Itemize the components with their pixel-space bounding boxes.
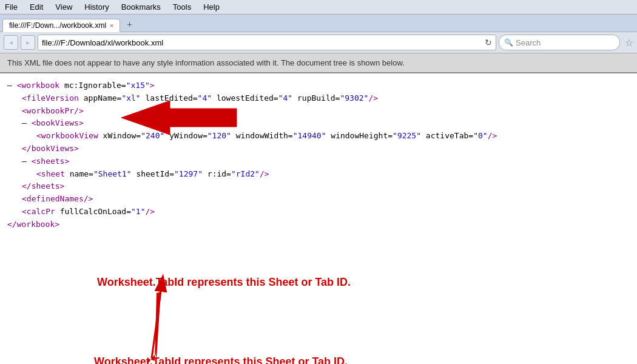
sheet-id-arrow-line (152, 292, 161, 359)
back-icon: ◂ (9, 38, 13, 47)
xml-line-10: <definedNames/> (7, 193, 630, 206)
menu-help[interactable]: Help (201, 1, 222, 13)
forward-button[interactable]: ▸ (21, 35, 35, 50)
content-area: – <workbook mc:Ignorable="x15"> <fileVer… (0, 73, 637, 237)
bookmark-button[interactable]: ☆ (625, 37, 633, 49)
nav-bar: ◂ ▸ file:///F:/Download/xl/workbook.xml … (0, 32, 637, 53)
tab-title: file:///F:/Down.../workbook.xml (9, 21, 106, 30)
menu-history[interactable]: History (82, 1, 111, 13)
info-bar: This XML file does not appear to have an… (0, 53, 637, 73)
active-tab[interactable]: file:///F:/Down.../workbook.xml × (2, 19, 120, 32)
menu-edit[interactable]: Edit (27, 1, 46, 13)
menu-file[interactable]: File (2, 1, 20, 13)
menu-bar: File Edit View History Bookmarks Tools H… (0, 0, 637, 15)
address-bar[interactable]: file:///F:/Download/xl/workbook.xml ↻ (38, 35, 496, 50)
xml-line-9: </sheets> (7, 180, 630, 193)
menu-tools[interactable]: Tools (170, 1, 194, 13)
xml-line-1: – <workbook mc:Ignorable="x15"> (7, 79, 630, 92)
search-bar[interactable]: 🔍 Search (499, 35, 620, 50)
sheet-id-arrow (148, 292, 161, 363)
xml-line-2: <fileVersion appName="xl" lastEdited="4"… (7, 92, 630, 105)
new-tab-button[interactable]: + (121, 17, 137, 32)
search-icon: 🔍 (504, 38, 513, 47)
xml-line-5: <workbookView xWindow="240" yWindow="120… (7, 130, 630, 143)
annotation-label: Worksheet.TabId represents this Sheet or… (94, 356, 348, 364)
xml-line-12: </workbook> (7, 218, 630, 231)
back-button[interactable]: ◂ (4, 35, 18, 50)
xml-line-6: </bookViews> (7, 143, 630, 155)
search-placeholder: Search (516, 38, 541, 47)
tab-close-button[interactable]: × (110, 22, 113, 29)
xml-line-11: <calcPr fullCalcOnLoad="1"/> (7, 206, 630, 218)
menu-view[interactable]: View (53, 1, 75, 13)
xml-line-3: <workbookPr/> (7, 105, 630, 118)
xml-line-7: – <sheets> (7, 155, 630, 168)
xml-content: – <workbook mc:Ignorable="x15"> <fileVer… (0, 73, 637, 237)
tab-bar: file:///F:/Down.../workbook.xml × + (0, 15, 637, 32)
forward-icon: ▸ (26, 38, 30, 47)
annotation-text: Worksheet.TabId represents this Sheet or… (97, 274, 351, 291)
menu-bookmarks[interactable]: Bookmarks (119, 1, 163, 13)
xml-line-4: – <bookViews> (7, 117, 630, 130)
address-text: file:///F:/Download/xl/workbook.xml (42, 38, 482, 47)
reload-button[interactable]: ↻ (485, 38, 492, 47)
xml-line-8: <sheet name="Sheet1" sheetId="1297" r:id… (7, 168, 630, 181)
info-text: This XML file does not appear to have an… (7, 58, 405, 67)
